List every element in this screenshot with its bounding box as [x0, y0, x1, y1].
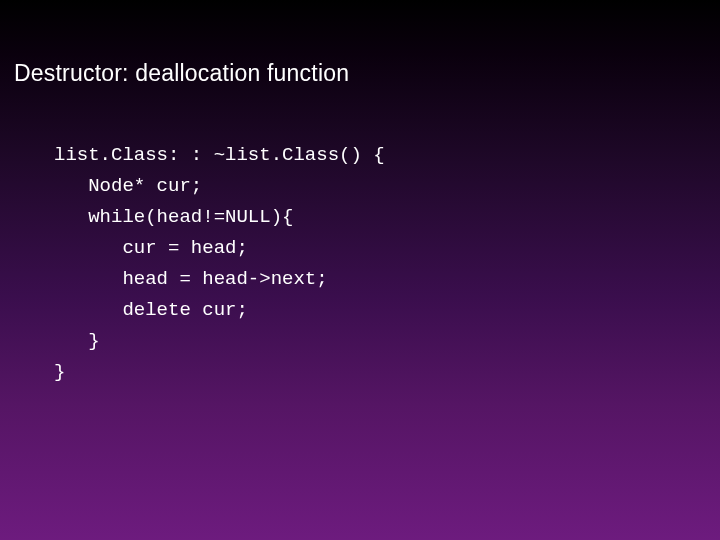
- code-line: while(head!=NULL){: [54, 206, 293, 228]
- code-line: }: [54, 330, 100, 352]
- code-block: list.Class: : ~list.Class() { Node* cur;…: [54, 140, 385, 388]
- code-line: head = head->next;: [54, 268, 328, 290]
- code-line: }: [54, 361, 65, 383]
- slide: Destructor: deallocation function list.C…: [0, 0, 720, 540]
- code-line: list.Class: : ~list.Class() {: [54, 144, 385, 166]
- slide-title: Destructor: deallocation function: [14, 60, 349, 87]
- code-line: cur = head;: [54, 237, 248, 259]
- code-line: Node* cur;: [54, 175, 202, 197]
- code-line: delete cur;: [54, 299, 248, 321]
